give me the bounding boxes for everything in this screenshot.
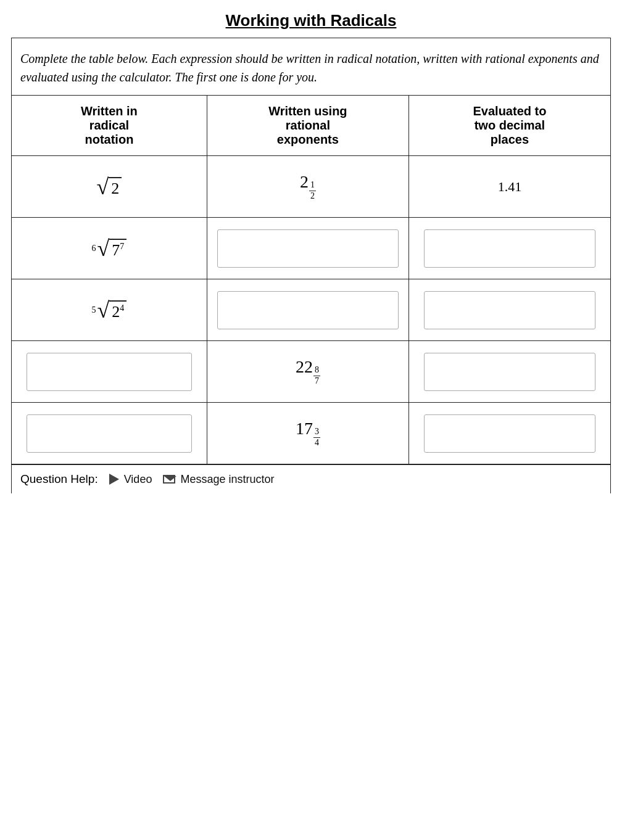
input-row4-evaluated[interactable] [424,353,595,391]
input-row3-rational[interactable] [217,291,398,329]
cell-row1-col2: 2 1 2 [207,156,408,218]
input-row5-evaluated[interactable] [424,414,595,453]
expr-22-8-7: 22 8 7 [296,357,320,387]
main-table: Written inradicalnotation Written usingr… [11,95,611,464]
message-instructor-link[interactable]: Message instructor [163,473,274,486]
input-row5-radical[interactable] [27,414,192,453]
cell-row4-col2: 22 8 7 [207,341,408,403]
col-header-rational: Written usingrationalexponents [207,96,408,156]
page-title: Working with Radicals [11,0,611,38]
cell-row1-col3: 1.41 [408,156,610,218]
cell-row4-col1-input [12,341,207,403]
input-row2-rational[interactable] [217,229,398,268]
cell-row4-col3-input [408,341,610,403]
mail-icon [163,475,175,484]
cell-row2-col2-input [207,218,408,279]
table-row: 5 √ 24 [12,279,611,341]
input-row4-radical[interactable] [27,353,192,391]
table-row: 22 8 7 [12,341,611,403]
cell-row3-col2-input [207,279,408,341]
cell-row5-col1-input [12,403,207,464]
radical-5th-2-4: 5 √ 24 [92,299,127,321]
radical-6th-7-7: 6 √ 77 [92,237,127,260]
message-label: Message instructor [180,473,274,486]
cell-row2-col1: 6 √ 77 [12,218,207,279]
footer-bar: Question Help: Video Message instructor [11,464,611,493]
cell-row3-col1: 5 √ 24 [12,279,207,341]
question-help-label: Question Help: [20,472,98,486]
page-wrapper: Working with Radicals Complete the table… [0,0,622,512]
col-header-evaluated: Evaluated totwo decimalplaces [408,96,610,156]
cell-row3-col3-input [408,279,610,341]
table-row: √ 2 2 1 2 [12,156,611,218]
cell-row5-col2: 17 3 4 [207,403,408,464]
input-row3-evaluated[interactable] [424,291,595,329]
cell-row5-col3-input [408,403,610,464]
play-icon [109,474,119,485]
radical-sqrt2: √ 2 [97,176,122,198]
cell-row1-col1: √ 2 [12,156,207,218]
expr-17-3-4: 17 3 4 [296,419,320,448]
input-row2-evaluated[interactable] [424,229,595,268]
instructions: Complete the table below. Each expressio… [11,38,611,95]
video-label: Video [124,473,152,486]
col-header-radical: Written inradicalnotation [12,96,207,156]
cell-row2-col3-input [408,218,610,279]
value-1-41: 1.41 [498,179,522,195]
expr-2-half: 2 1 2 [300,172,316,202]
table-row: 17 3 4 [12,403,611,464]
table-row: 6 √ 77 [12,218,611,279]
video-link[interactable]: Video [109,473,152,486]
